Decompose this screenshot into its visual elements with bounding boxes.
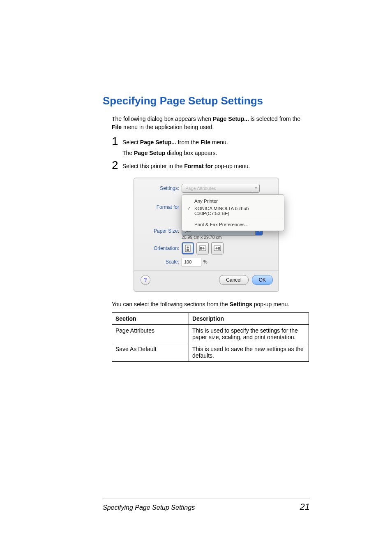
orientation-landscape-right-button[interactable] (211, 242, 224, 254)
step-1-sub: The Page Setup dialog box appears. (122, 149, 310, 157)
step-number: 2 (112, 160, 122, 171)
svg-rect-1 (187, 249, 189, 251)
text-bold: Page Setup (134, 150, 165, 156)
settings-popup-value: Page Attributes (185, 186, 216, 191)
svg-point-5 (203, 247, 205, 249)
text: Select this printer in the (122, 163, 184, 169)
page-heading: Specifying Page Setup Settings (103, 95, 310, 107)
svg-point-2 (187, 246, 189, 248)
format-for-option-selected[interactable]: KONICA MINOLTA bizhub C30P(C7:53:BF) (182, 205, 284, 217)
page-number: 21 (300, 502, 310, 512)
text-bold: Page Setup... (213, 116, 249, 122)
table-row: Save As Default This is used to save the… (112, 343, 309, 362)
text-bold: File (201, 139, 210, 146)
footer-rule (103, 499, 310, 499)
text: menu in the application being used. (122, 124, 214, 130)
intro-paragraph: The following dialog box appears when Pa… (112, 115, 310, 132)
scale-input[interactable]: 100 (182, 258, 201, 266)
text-bold: Format for (184, 163, 213, 169)
page-setup-dialog: Settings: Page Attributes ▾ Format for A… (134, 178, 279, 292)
portrait-icon (185, 245, 191, 252)
text: pop-up menu. (252, 301, 289, 308)
cell-section: Save As Default (112, 343, 189, 362)
orientation-label: Orientation: (140, 245, 182, 251)
col-section: Section (112, 313, 189, 325)
table-header-row: Section Description (112, 313, 309, 325)
step-text: Select Page Setup... from the File menu. (122, 136, 228, 146)
text: is selected from the (249, 116, 300, 122)
svg-rect-4 (200, 247, 202, 250)
help-button[interactable]: ? (141, 275, 150, 285)
format-for-option-prefs[interactable]: Print & Fax Preferences... (182, 221, 284, 228)
format-for-option-any[interactable]: Any Printer (182, 197, 284, 205)
scale-percent: % (203, 259, 208, 265)
svg-point-7 (216, 247, 218, 249)
orientation-portrait-button[interactable] (182, 242, 194, 254)
chevron-down-icon: ▾ (252, 184, 259, 192)
cell-description: This is used to specify the settings for… (189, 325, 309, 343)
text: Select (122, 139, 140, 146)
cell-description: This is used to save the new settings as… (189, 343, 309, 362)
text: You can select the following sections fr… (112, 301, 230, 308)
format-for-label: Format for (140, 194, 182, 210)
step-text: Select this printer in the Format for po… (122, 160, 250, 170)
cell-section: Page Attributes (112, 325, 189, 343)
landscape-right-icon (214, 245, 221, 251)
divider (134, 271, 279, 271)
table-lead-in: You can select the following sections fr… (112, 300, 310, 308)
text: The (122, 150, 134, 156)
text-bold: Page Setup... (140, 139, 176, 146)
menu-separator (184, 219, 281, 219)
col-description: Description (189, 313, 309, 325)
landscape-left-icon (199, 245, 206, 251)
text: menu. (210, 139, 228, 146)
step-2: 2 Select this printer in the Format for … (112, 160, 310, 171)
text-bold: Settings (230, 301, 252, 308)
format-for-menu[interactable]: Any Printer KONICA MINOLTA bizhub C30P(C… (182, 194, 284, 231)
paper-size-label: Paper Size: (140, 228, 182, 234)
sections-table: Section Description Page Attributes This… (112, 312, 309, 362)
svg-rect-8 (218, 247, 220, 250)
settings-label: Settings: (140, 185, 182, 191)
cancel-button[interactable]: Cancel (219, 275, 248, 285)
text: dialog box appears. (165, 150, 217, 156)
step-number: 1 (112, 136, 122, 147)
step-1: 1 Select Page Setup... from the File men… (112, 136, 310, 147)
settings-popup[interactable]: Page Attributes ▾ (182, 184, 260, 193)
page-footer: Specifying Page Setup Settings 21 (103, 499, 310, 512)
footer-title: Specifying Page Setup Settings (103, 504, 195, 511)
table-row: Page Attributes This is used to specify … (112, 325, 309, 343)
text: from the (176, 139, 201, 146)
text: The following dialog box appears when (112, 116, 213, 122)
scale-label: Scale: (140, 259, 182, 265)
text-bold: File (112, 124, 122, 130)
orientation-landscape-left-button[interactable] (196, 242, 209, 254)
ok-button[interactable]: OK (252, 275, 273, 285)
text: pop-up menu. (213, 163, 250, 169)
